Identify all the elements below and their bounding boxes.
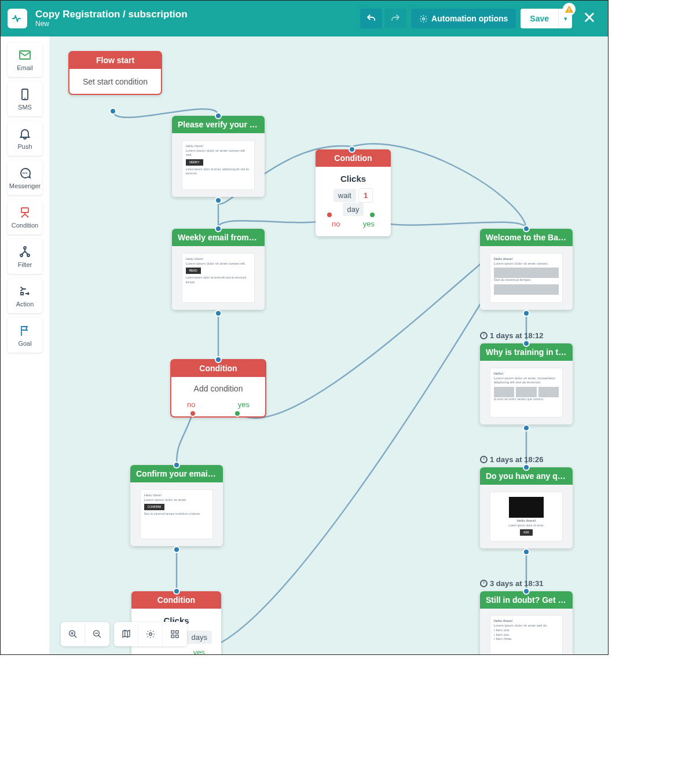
- minimap-button[interactable]: [114, 622, 138, 646]
- node-confirm-email[interactable]: Confirm your email a… Hello there!Lorem …: [130, 465, 223, 546]
- node-verify-email[interactable]: Please verify your em… Hello there!Lorem…: [172, 116, 265, 197]
- branch-no: no: [332, 219, 340, 228]
- palette-condition[interactable]: Condition: [8, 200, 42, 235]
- svg-point-4: [23, 173, 24, 174]
- wait-label: wait: [333, 189, 356, 202]
- branch-yes: yes: [363, 219, 375, 228]
- port-out[interactable]: [109, 108, 116, 115]
- node-flow-start-title: Flow start: [69, 52, 162, 69]
- port-out[interactable]: [215, 310, 222, 317]
- canvas-toolbar: [61, 622, 187, 646]
- save-group: Save ▾: [521, 9, 572, 28]
- fit-view-button[interactable]: [163, 622, 187, 646]
- wait-n: 1: [358, 188, 373, 203]
- node-weekly-email[interactable]: Weekly email from th… Hello there!Lorem …: [172, 229, 265, 310]
- port-out[interactable]: [523, 310, 530, 317]
- branch-yes: yes: [193, 648, 205, 654]
- port-in[interactable]: [523, 340, 530, 347]
- settings-button[interactable]: [138, 622, 163, 646]
- palette-action-label: Action: [16, 301, 34, 308]
- port-out[interactable]: [523, 424, 530, 431]
- node-still-in-doubt[interactable]: Still in doubt? Get 20… Hello there!Lore…: [480, 591, 573, 654]
- node-condition-clicks-1[interactable]: Condition Clicks wait1day no yes: [316, 149, 391, 236]
- undo-button[interactable]: [360, 9, 382, 28]
- palette-email[interactable]: Email: [8, 42, 42, 77]
- port-in[interactable]: [523, 464, 530, 471]
- port-no[interactable]: [189, 410, 196, 417]
- delay-text: 3 days at 18:31: [490, 579, 544, 588]
- node-condition-add[interactable]: Condition Add condition no yes: [171, 360, 266, 417]
- palette-goal[interactable]: Goal: [8, 318, 42, 353]
- flow-canvas[interactable]: Flow start Set start condition Please ve…: [49, 36, 608, 654]
- email-thumbnail: Hello there!Lorem ipsum dolor sit amet c…: [480, 246, 573, 310]
- clock-icon: [480, 332, 488, 339]
- clock-icon: [480, 456, 488, 463]
- node-do-you-have[interactable]: Do you have any que… Hello there!Lorem i…: [480, 467, 573, 548]
- svg-rect-18: [176, 631, 179, 634]
- svg-rect-13: [21, 292, 23, 295]
- delay-text: 1 days at 18:12: [490, 331, 544, 340]
- svg-rect-7: [21, 208, 28, 213]
- close-button[interactable]: [578, 7, 601, 30]
- node-flow-start-body: Set start condition: [69, 69, 162, 94]
- branch-yes: yes: [238, 400, 250, 409]
- redo-button[interactable]: [384, 9, 406, 28]
- email-thumbnail: Hello there!Lorem ipsum dolor sit amet s…: [480, 609, 573, 654]
- zoom-in-button[interactable]: [61, 622, 85, 646]
- palette-sms[interactable]: SMS: [8, 82, 42, 116]
- svg-point-3: [24, 98, 25, 99]
- email-thumbnail: Hello there!Lorem ipsum dolor sit amet.A…: [480, 485, 573, 548]
- port-in[interactable]: [215, 356, 222, 363]
- node-flow-start[interactable]: Flow start Set start condition: [69, 52, 162, 94]
- port-in[interactable]: [349, 146, 356, 153]
- svg-point-8: [21, 216, 23, 218]
- port-no[interactable]: [326, 211, 333, 218]
- zoom-out-button[interactable]: [85, 622, 109, 646]
- app-logo[interactable]: [8, 9, 27, 28]
- svg-point-16: [149, 633, 152, 636]
- wait-unit: day: [343, 203, 364, 216]
- port-yes[interactable]: [369, 211, 376, 218]
- port-in[interactable]: [173, 588, 180, 595]
- svg-rect-20: [176, 635, 179, 638]
- port-yes[interactable]: [234, 410, 241, 417]
- email-thumbnail: Hello!Lorem ipsum dolor sit amet, consec…: [480, 361, 573, 424]
- node-cond1-sub: Clicks: [321, 174, 385, 184]
- palette-messenger-label: Messenger: [9, 182, 41, 189]
- svg-point-9: [27, 216, 29, 218]
- palette-messenger[interactable]: Messenger: [8, 160, 42, 195]
- port-in[interactable]: [523, 225, 530, 232]
- port-out[interactable]: [215, 197, 222, 204]
- palette-filter-label: Filter: [18, 261, 32, 268]
- wait-unit: days: [187, 631, 212, 644]
- palette-push[interactable]: Push: [8, 121, 42, 156]
- port-out[interactable]: [173, 546, 180, 553]
- svg-point-11: [20, 254, 23, 257]
- port-in[interactable]: [173, 462, 180, 468]
- email-thumbnail: Hello there!Lorem ipsum dolor sit amet.C…: [130, 482, 223, 546]
- palette-action[interactable]: Action: [8, 279, 42, 313]
- port-in[interactable]: [215, 225, 222, 232]
- palette-sms-label: SMS: [18, 104, 32, 111]
- automation-status: New: [35, 20, 358, 28]
- svg-point-6: [26, 173, 27, 174]
- delay-label-3: 3 days at 18:31: [480, 579, 544, 588]
- palette-filter[interactable]: Filter: [8, 239, 42, 274]
- port-out[interactable]: [523, 548, 530, 555]
- svg-point-10: [24, 247, 26, 249]
- palette-condition-label: Condition: [12, 222, 38, 229]
- warning-badge-icon: [563, 3, 576, 16]
- node-cond2-sub: Add condition: [177, 384, 260, 393]
- save-button[interactable]: Save: [521, 9, 558, 28]
- automation-options-label: Automation options: [431, 14, 508, 23]
- palette-goal-label: Goal: [18, 340, 31, 347]
- branch-no: no: [187, 400, 195, 409]
- svg-point-0: [423, 17, 425, 20]
- port-in[interactable]: [215, 112, 222, 119]
- delay-label-1: 1 days at 18:12: [480, 331, 544, 340]
- port-in[interactable]: [523, 588, 530, 595]
- automation-options-button[interactable]: Automation options: [411, 9, 516, 28]
- node-welcome[interactable]: Welcome to the Back… Hello there!Lorem i…: [480, 229, 573, 310]
- node-why-training[interactable]: Why is training in th… Hello!Lorem ipsum…: [480, 343, 573, 424]
- svg-rect-17: [171, 631, 174, 634]
